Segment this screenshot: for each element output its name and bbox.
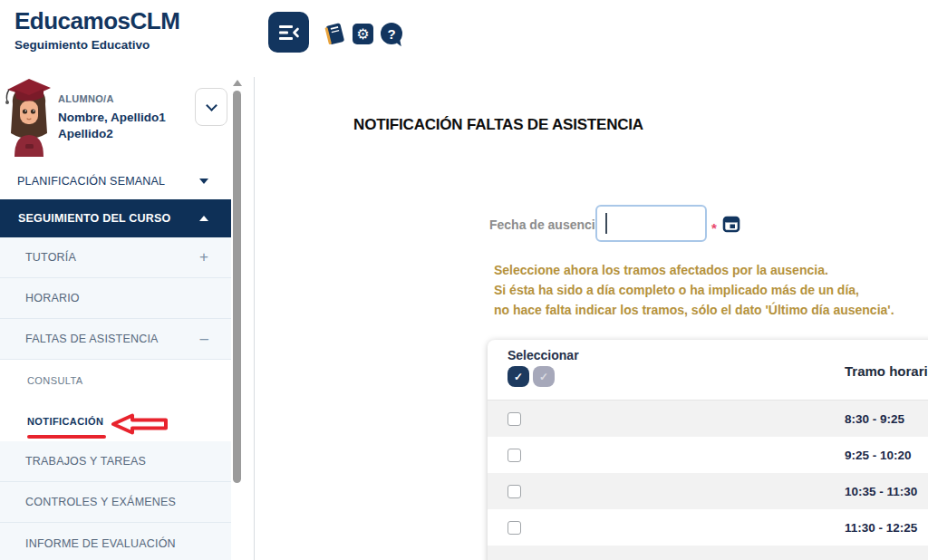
table-row: 11:30 - 12:25 — [488, 509, 928, 546]
date-input[interactable] — [595, 205, 707, 242]
text-cursor — [605, 213, 607, 234]
tramo-value: 10:35 - 11:30 — [845, 485, 917, 498]
instruction-line: Si ésta ha sido a día completo o ha impl… — [494, 280, 894, 300]
tramo-value: 9:25 - 10:20 — [845, 449, 912, 462]
help-icon[interactable]: ? — [381, 23, 402, 44]
chevron-down-icon — [206, 100, 218, 111]
sidebar-item-seguimiento-del-curso[interactable]: SEGUIMIENTO DEL CURSO — [0, 199, 231, 237]
tramo-checkbox-4[interactable] — [508, 521, 521, 535]
minus-icon: – — [200, 330, 208, 348]
tramos-table-card: Seleccionar ✓ ✓ Tramo horario 8:30 - 9:2… — [488, 340, 928, 560]
sidebar-item-label: CONSULTA — [27, 375, 82, 386]
required-marker: * — [711, 220, 717, 236]
instruction-line: Seleccione ahora los tramos afectados po… — [494, 260, 894, 280]
sidebar-item-faltas-de-asistencia[interactable]: FALTAS DE ASISTENCIA – — [0, 319, 231, 360]
plus-icon: + — [199, 248, 208, 266]
sidebar-item-label: PLANIFICACIÓN SEMANAL — [17, 175, 165, 188]
sidebar-item-notificacion[interactable]: NOTIFICACIÓN — [0, 401, 231, 441]
tramo-checkbox-2[interactable] — [508, 449, 521, 462]
sidebar-item-informe-de-evaluacion[interactable]: INFORME DE EVALUACIÓN — [0, 523, 231, 560]
app-subtitle: Seguimiento Educativo — [14, 38, 179, 52]
date-field-label: Fecha de ausencia: — [489, 217, 606, 232]
check-icon: ✓ — [514, 371, 523, 383]
app-title: EducamosCLM — [14, 7, 179, 35]
content-divider — [254, 77, 255, 560]
sidebar-item-label: CONTROLES Y EXÁMENES — [25, 496, 176, 508]
question-glyph: ? — [387, 26, 395, 42]
sidebar-item-label: TRABAJOS Y TAREAS — [25, 455, 146, 468]
scrollbar-up-arrow[interactable] — [233, 80, 242, 86]
collapse-sidebar-button[interactable] — [268, 12, 309, 53]
sidebar-item-label: SEGUIMIENTO DEL CURSO — [18, 212, 170, 225]
check-icon: ✓ — [539, 371, 548, 383]
collapse-menu-icon — [277, 24, 301, 42]
caret-down-icon — [199, 179, 208, 184]
select-all-button[interactable]: ✓ — [508, 366, 529, 387]
sidebar-item-label: INFORME DE EVALUACIÓN — [25, 537, 176, 550]
diary-book-icon[interactable] — [322, 22, 347, 47]
annotation-arrow-icon — [111, 413, 169, 435]
table-row: 9:25 - 10:20 — [488, 437, 928, 473]
sidebar-item-label: NOTIFICACIÓN — [27, 416, 103, 427]
caret-up-icon — [199, 216, 208, 221]
sidebar-item-horario[interactable]: HORARIO — [0, 278, 231, 319]
tramo-value: 11:30 - 12:25 — [845, 521, 917, 535]
select-column-label: Seleccionar — [508, 348, 579, 362]
tramo-checkbox-3[interactable] — [508, 485, 521, 498]
sidebar-item-label: FALTAS DE ASISTENCIA — [25, 333, 159, 345]
table-row: 8:30 - 9:25 — [488, 401, 928, 437]
sidebar: ALUMNO/A Nombre, Apellido1 Apellido2 PLA… — [0, 77, 231, 560]
tramo-value: 8:30 - 9:25 — [845, 412, 904, 426]
student-avatar — [2, 77, 56, 157]
user-role-label: ALUMNO/A — [58, 93, 114, 104]
deselect-all-button[interactable]: ✓ — [533, 366, 555, 387]
sidebar-item-planificacion-semanal[interactable]: PLANIFICACIÓN SEMANAL — [0, 163, 231, 199]
table-header: Seleccionar ✓ ✓ Tramo horario — [488, 340, 928, 401]
settings-gear-icon[interactable]: ⚙ — [353, 24, 373, 44]
user-expand-button[interactable] — [195, 88, 227, 126]
instructions-text: Seleccione ahora los tramos afectados po… — [494, 260, 894, 320]
user-block: ALUMNO/A Nombre, Apellido1 Apellido2 — [0, 77, 231, 163]
user-name: Nombre, Apellido1 Apellido2 — [58, 110, 189, 142]
tramo-column-header: Tramo horario — [845, 363, 928, 379]
sidebar-item-tutoria[interactable]: TUTORÍA + — [0, 237, 231, 278]
sidebar-item-trabajos-y-tareas[interactable]: TRABAJOS Y TAREAS — [0, 441, 231, 482]
sidebar-item-consulta[interactable]: CONSULTA — [0, 360, 231, 401]
table-row: 10:35 - 11:30 — [488, 473, 928, 509]
app-brand: EducamosCLM Seguimiento Educativo — [14, 7, 179, 52]
instruction-line: no hace falta indicar los tramos, sólo e… — [494, 300, 894, 320]
tramo-checkbox-1[interactable] — [508, 412, 521, 426]
table-row-partial — [488, 546, 928, 560]
sidebar-menu: PLANIFICACIÓN SEMANAL SEGUIMIENTO DEL CU… — [0, 163, 231, 560]
annotation-underline — [27, 435, 106, 439]
sidebar-item-controles-y-examenes[interactable]: CONTROLES Y EXÁMENES — [0, 482, 231, 523]
gear-glyph: ⚙ — [356, 25, 369, 43]
sidebar-scrollbar[interactable] — [233, 91, 241, 483]
sidebar-item-label: TUTORÍA — [25, 251, 76, 264]
calendar-icon[interactable] — [722, 215, 740, 233]
page-title: NOTIFICACIÓN FALTAS DE ASISTENCIA — [254, 116, 743, 134]
user-name-line1: Nombre, Apellido1 — [58, 111, 166, 124]
user-name-line2: Apellido2 — [58, 127, 113, 140]
sidebar-item-label: HORARIO — [25, 292, 80, 304]
